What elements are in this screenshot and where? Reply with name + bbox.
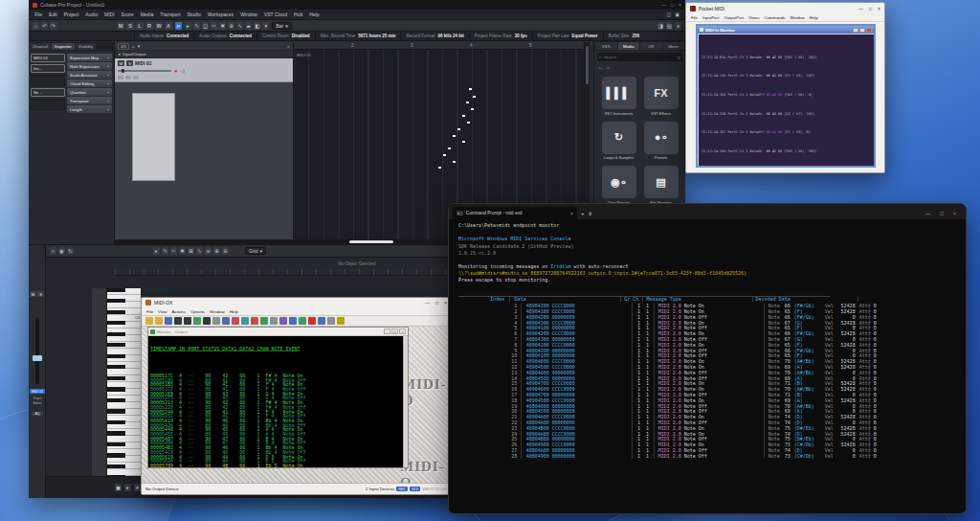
transport-icon[interactable]: ◼ <box>115 484 122 491</box>
menu-item[interactable]: Project <box>64 11 79 17</box>
menu-item[interactable]: Help <box>810 15 818 20</box>
automation-state-button[interactable]: M <box>117 22 124 30</box>
color-menu[interactable]: Bar▾ <box>272 22 291 30</box>
rack-search-input[interactable] <box>604 55 676 59</box>
midi-in-monitor-log[interactable]: 21:21:24:034 Port1 Ch 1 NoteOn 90 42 66 … <box>698 34 874 166</box>
rack-tab[interactable]: Meter <box>663 42 685 50</box>
aq-button[interactable]: AQ <box>32 412 43 416</box>
inspector-section[interactable]: Transpose ▪ <box>67 97 112 104</box>
toolbar-icon[interactable]: ⌂ <box>33 22 39 30</box>
new-tab-button[interactable]: + <box>581 211 585 216</box>
editor-tool-button[interactable]: ≋ <box>205 247 212 255</box>
toolbar-icon[interactable]: ≡ <box>675 22 681 30</box>
inserts-chip[interactable]: Ins... <box>31 64 65 73</box>
transport-icon[interactable]: ▸ <box>124 484 131 491</box>
toolbar-icon[interactable]: ◨ <box>657 22 664 30</box>
automation-state-button[interactable]: R <box>145 22 153 30</box>
close-icon[interactable]: × <box>679 2 681 8</box>
terminal-titlebar[interactable]: >_ Command Prompt - midi end × + ∨ — □ × <box>449 204 966 219</box>
inspector-section[interactable]: Quantize ▪ <box>67 88 112 96</box>
channel-chip[interactable]: MIDI 01 <box>31 54 65 62</box>
status-chip[interactable]: Project Frame Rate 30 fps <box>469 32 532 40</box>
editor-tool-button[interactable]: ⊕ <box>213 247 220 255</box>
monitor-button[interactable]: ◁ <box>181 68 185 74</box>
menubar-icon[interactable]: ◫ <box>667 11 672 17</box>
toolbar-icon[interactable] <box>327 317 335 325</box>
toolbar-icon[interactable] <box>337 317 345 325</box>
tab-close-icon[interactable]: × <box>570 211 573 216</box>
tab-dropdown-icon[interactable]: ∨ <box>589 210 592 216</box>
menu-item[interactable]: File <box>146 309 153 314</box>
menu-item[interactable]: MIDI <box>104 11 115 17</box>
menu-item[interactable]: File <box>691 15 698 20</box>
mute-button[interactable]: M <box>30 291 36 297</box>
channel-fader[interactable] <box>35 317 39 384</box>
status-chip[interactable]: Audio Outputs Connected <box>193 32 256 40</box>
tool-button[interactable]: ▰ <box>245 22 252 30</box>
inspector-tab[interactable]: Inspector <box>52 43 75 50</box>
toolbar-icon[interactable] <box>270 317 278 325</box>
toolbar-icon[interactable] <box>222 317 230 325</box>
tool-button[interactable]: ▸ <box>185 22 191 30</box>
close-icon[interactable]: × <box>878 6 880 11</box>
minimize-icon[interactable]: — <box>425 300 430 306</box>
record-enable-button[interactable]: ● <box>174 69 178 73</box>
toolbar-icon[interactable] <box>145 317 153 325</box>
menu-item[interactable]: Media <box>141 11 154 17</box>
filter-icon[interactable]: ▾ <box>138 43 141 49</box>
back-icon[interactable]: ← <box>598 64 603 70</box>
autoscroll-button[interactable]: ⊳ <box>175 22 182 30</box>
minimize-icon[interactable]: - <box>384 328 390 334</box>
midi-note[interactable] <box>462 141 465 143</box>
menu-item[interactable]: Workspaces <box>208 11 234 17</box>
midi-note[interactable] <box>471 108 474 110</box>
menu-item[interactable]: Actions <box>172 309 186 314</box>
tool-button[interactable]: ✂ <box>211 22 217 30</box>
menu-item[interactable]: Window <box>791 15 805 20</box>
toolbar-icon[interactable] <box>232 317 239 325</box>
maximize-icon[interactable]: □ <box>869 6 872 11</box>
tool-button[interactable]: ✖ <box>219 22 226 30</box>
media-tile[interactable]: ▍▍▍ VST Instruments <box>601 77 637 116</box>
menu-item[interactable]: Hub <box>294 11 302 17</box>
solo-button[interactable]: S <box>37 291 44 297</box>
media-tile[interactable]: ●∘ Presets <box>643 122 679 161</box>
midi-note[interactable] <box>467 122 470 124</box>
midi-note[interactable] <box>473 96 476 98</box>
toolbar-icon[interactable] <box>308 317 316 325</box>
strip-tab-editor[interactable]: Editor <box>33 401 42 405</box>
toolbar-icon[interactable] <box>289 317 297 325</box>
tool-button[interactable]: ⊕ <box>228 22 234 30</box>
timeline-ruler[interactable]: 2345 <box>294 42 584 50</box>
maximize-icon[interactable]: □ <box>671 2 674 8</box>
maximize-icon[interactable]: □ <box>391 328 398 334</box>
midi-note[interactable] <box>443 154 446 156</box>
monitor-scrollbar[interactable] <box>403 336 408 467</box>
inspector-tab[interactable]: Visibility <box>76 43 96 50</box>
menubar-icon[interactable]: ▣ <box>675 11 679 17</box>
menu-item[interactable]: OutputPort <box>724 15 744 20</box>
media-tile[interactable]: ↻ Loops & Samples <box>601 122 637 161</box>
inspector-section[interactable]: Chord Editing ▪ <box>67 79 112 87</box>
home-icon[interactable]: ⌂ <box>607 64 610 70</box>
close-icon[interactable]: × <box>953 211 956 216</box>
midi-note[interactable] <box>448 147 451 149</box>
solo-button[interactable]: S <box>126 60 133 66</box>
syx-badge[interactable]: SYX <box>410 487 420 491</box>
editor-tool-button[interactable]: ✎ <box>162 247 168 255</box>
menu-item[interactable]: Views <box>748 15 759 20</box>
menu-item[interactable]: Studio <box>188 11 201 17</box>
rec-badge[interactable]: REC <box>396 487 408 491</box>
menu-item[interactable]: Edit <box>49 11 57 17</box>
monitor-titlebar[interactable]: MIDI In Monitor <box>698 26 874 34</box>
toolbar-icon[interactable] <box>318 317 325 325</box>
editor-tool-button[interactable]: ✖ <box>179 247 186 255</box>
status-chip[interactable]: Control Room Disabled <box>256 32 315 40</box>
rack-tab[interactable]: CR <box>640 42 662 50</box>
editor-tool-button[interactable]: ⊞ <box>188 247 194 255</box>
menu-item[interactable]: Help <box>309 11 319 17</box>
toolbar-icon[interactable] <box>251 317 258 325</box>
close-icon[interactable]: × <box>444 300 447 306</box>
menu-item[interactable]: Transport <box>160 11 180 17</box>
midi-note[interactable] <box>457 128 460 130</box>
